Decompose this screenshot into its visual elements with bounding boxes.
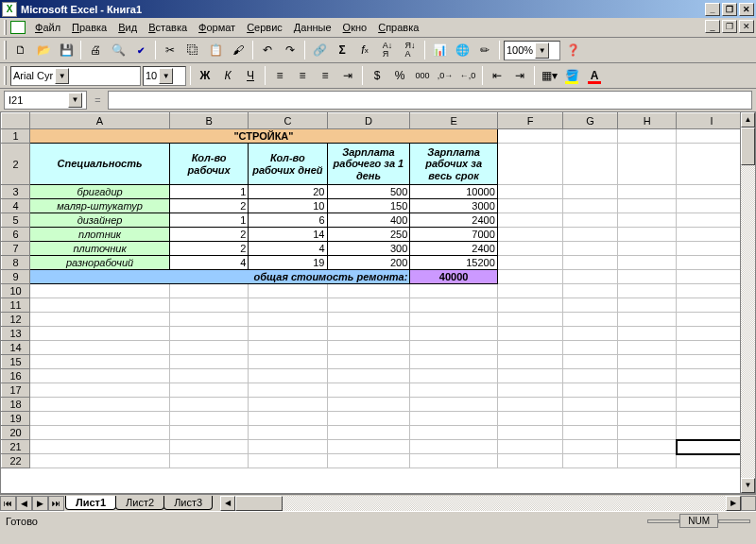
mdi-minimize-button[interactable]: _ [705, 20, 720, 33]
map-icon[interactable]: 🌐 [452, 40, 472, 60]
scroll-left-icon[interactable]: ◀ [220, 496, 235, 511]
cell[interactable] [563, 129, 618, 144]
cell[interactable] [170, 341, 249, 355]
cell[interactable] [497, 284, 562, 298]
sheet-tab-Лист3[interactable]: Лист3 [163, 496, 213, 510]
open-icon[interactable]: 📂 [33, 40, 54, 60]
cell[interactable] [677, 383, 740, 398]
mdi-restore-button[interactable]: ❐ [722, 20, 737, 33]
total-label[interactable]: общая стоимость ремонта: [30, 270, 410, 284]
comma-icon[interactable]: 000 [412, 65, 433, 86]
sort-asc-icon[interactable]: А↓Я [377, 40, 398, 60]
cell[interactable] [677, 144, 740, 185]
cell[interactable] [170, 412, 249, 426]
scrollbar-thumb[interactable] [741, 128, 755, 165]
cell[interactable] [497, 199, 562, 213]
cell[interactable] [30, 454, 170, 468]
cell[interactable] [410, 398, 497, 412]
row-header-14[interactable]: 14 [2, 341, 30, 355]
row-header-11[interactable]: 11 [2, 298, 30, 313]
scrollbar-track[interactable] [741, 165, 755, 478]
cell[interactable] [410, 327, 497, 341]
cell[interactable] [618, 256, 677, 270]
cell[interactable] [410, 440, 497, 454]
cell[interactable] [327, 298, 410, 313]
cell[interactable] [410, 313, 497, 327]
column-title[interactable]: Специальность [30, 144, 170, 185]
font-color-icon[interactable]: A [584, 65, 605, 86]
chevron-down-icon[interactable]: ▼ [55, 68, 69, 84]
cell[interactable] [618, 199, 677, 213]
cell[interactable] [618, 426, 677, 440]
cell[interactable] [170, 355, 249, 369]
cell[interactable] [30, 313, 170, 327]
cell[interactable] [677, 270, 740, 284]
paste-icon[interactable]: 📋 [205, 40, 226, 60]
chevron-down-icon[interactable]: ▼ [68, 93, 82, 108]
cell[interactable] [249, 426, 327, 440]
redo-icon[interactable]: ↷ [280, 40, 301, 60]
cell[interactable] [677, 228, 740, 242]
row-header-8[interactable]: 8 [2, 256, 30, 270]
formula-input[interactable] [108, 91, 752, 110]
toolbar-handle[interactable] [4, 66, 7, 85]
total-cell[interactable]: 2400 [410, 242, 497, 256]
menu-Вставка[interactable]: Вставка [143, 20, 193, 35]
cell[interactable] [618, 242, 677, 256]
column-header-G[interactable]: G [563, 113, 618, 129]
name-box[interactable]: I21 ▼ [4, 91, 87, 110]
scroll-up-icon[interactable]: ▲ [741, 112, 755, 128]
spec-cell[interactable]: разнорабочий [30, 256, 170, 270]
column-header-E[interactable]: E [410, 113, 497, 129]
row-header-6[interactable]: 6 [2, 228, 30, 242]
cell[interactable] [563, 298, 618, 313]
cell[interactable] [410, 341, 497, 355]
cell[interactable] [410, 355, 497, 369]
print-preview-icon[interactable]: 🔍 [108, 40, 129, 60]
workers-cell[interactable]: 4 [170, 256, 249, 270]
tab-nav-prev-icon[interactable]: ◀ [16, 496, 32, 511]
cell[interactable] [677, 256, 740, 270]
menu-Сервис[interactable]: Сервис [241, 20, 288, 35]
print-icon[interactable]: 🖨 [85, 40, 106, 60]
cell[interactable] [327, 398, 410, 412]
italic-button[interactable]: К [217, 65, 238, 86]
row-header-19[interactable]: 19 [2, 412, 30, 426]
drawing-icon[interactable]: ✏ [474, 40, 495, 60]
tab-nav-next-icon[interactable]: ▶ [32, 496, 48, 511]
row-header-12[interactable]: 12 [2, 313, 30, 327]
rate-cell[interactable]: 150 [327, 199, 410, 213]
cell[interactable] [410, 383, 497, 398]
hscrollbar-track[interactable] [283, 496, 726, 511]
cell[interactable] [618, 412, 677, 426]
sheet-tab-Лист1[interactable]: Лист1 [65, 496, 116, 510]
cell[interactable] [410, 412, 497, 426]
cell[interactable] [677, 284, 740, 298]
cell[interactable] [249, 313, 327, 327]
cell[interactable] [327, 355, 410, 369]
cell[interactable] [677, 341, 740, 355]
cell[interactable] [30, 355, 170, 369]
menu-Окно[interactable]: Окно [337, 20, 373, 35]
total-cell[interactable]: 2400 [410, 213, 497, 228]
days-cell[interactable]: 10 [249, 199, 327, 213]
cell[interactable] [677, 398, 740, 412]
cell[interactable] [563, 440, 618, 454]
increase-decimal-icon[interactable]: ,0→ [435, 65, 455, 86]
chart-wizard-icon[interactable]: 📊 [429, 40, 450, 60]
formula-equals-label[interactable]: = [87, 94, 108, 106]
cell[interactable] [618, 383, 677, 398]
new-icon[interactable]: 🗋 [10, 40, 31, 60]
underline-button[interactable]: Ч [240, 65, 261, 86]
cell[interactable] [618, 284, 677, 298]
row-header-5[interactable]: 5 [2, 213, 30, 228]
cell[interactable] [497, 129, 562, 144]
row-header-7[interactable]: 7 [2, 242, 30, 256]
zoom-combo[interactable]: 100% ▼ [504, 41, 560, 60]
cell[interactable] [249, 355, 327, 369]
table-title[interactable]: "СТРОЙКА" [30, 129, 498, 144]
cell[interactable] [497, 144, 562, 185]
workers-cell[interactable]: 2 [170, 199, 249, 213]
row-header-21[interactable]: 21 [2, 440, 30, 454]
cut-icon[interactable]: ✂ [160, 40, 180, 60]
